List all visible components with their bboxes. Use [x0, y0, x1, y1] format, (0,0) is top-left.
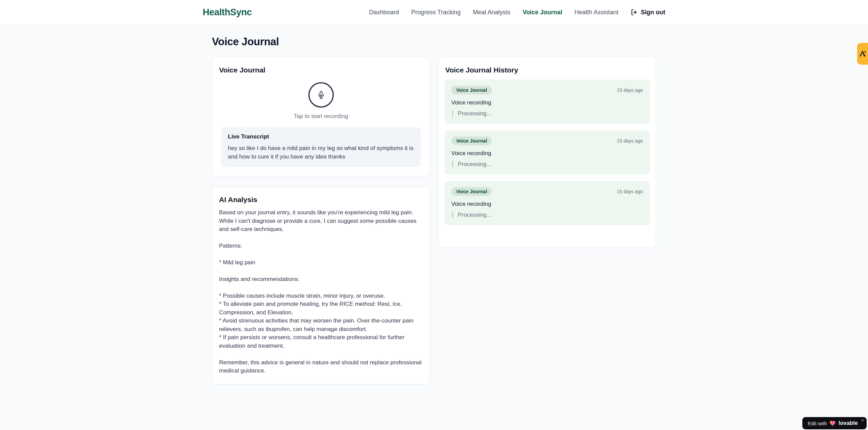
top-navigation-bar: HealthSync Dashboard Progress Tracking M…: [0, 0, 868, 25]
history-card-title: Voice Journal History: [445, 66, 649, 74]
tap-to-record-hint: Tap to start recording: [294, 113, 348, 120]
ai-analysis-body: Based on your journal entry, it sounds l…: [219, 209, 423, 375]
voice-journal-history-card: Voice Journal History Voice Journal 15 d…: [438, 57, 656, 248]
entry-timestamp: 15 days ago: [617, 189, 643, 194]
entry-status: Processing...: [452, 110, 643, 117]
live-transcript-title: Live Transcript: [228, 133, 414, 140]
voice-recorder-card: Voice Journal Tap to start recordin: [212, 57, 430, 176]
lovable-prefix-label: Edit with: [808, 420, 827, 426]
mic-section: Tap to start recording: [218, 76, 423, 120]
recorder-card-title: Voice Journal: [219, 66, 423, 74]
history-entry-header: Voice Journal 15 days ago: [451, 136, 643, 145]
microphone-icon: [317, 90, 326, 99]
left-column: Voice Journal Tap to start recordin: [212, 57, 430, 384]
nav-item-health-assistant[interactable]: Health Assistant: [574, 9, 618, 16]
history-entry-header: Voice Journal 15 days ago: [451, 187, 643, 196]
lambda-logo-icon: [859, 50, 866, 58]
nav-item-meal-analysis[interactable]: Meal Analysis: [473, 9, 510, 16]
lovable-close-icon[interactable]: ✕: [861, 418, 864, 423]
live-transcript-text: hey so like I do have a mild pain in my …: [228, 144, 414, 161]
content-columns: Voice Journal Tap to start recordin: [212, 57, 656, 384]
header-container: HealthSync Dashboard Progress Tracking M…: [203, 7, 665, 18]
edit-with-lovable-badge[interactable]: Edit with lovable ✕: [802, 417, 867, 429]
entry-title: Voice recording: [451, 99, 643, 106]
record-button[interactable]: [308, 82, 334, 108]
nav-item-progress-tracking[interactable]: Progress Tracking: [411, 9, 461, 16]
ai-analysis-card: AI Analysis Based on your journal entry,…: [212, 186, 430, 384]
history-entry[interactable]: Voice Journal 15 days ago Voice recordin…: [445, 181, 650, 225]
entry-status: Processing...: [452, 161, 643, 168]
sign-out-label: Sign out: [641, 9, 665, 16]
nav-item-voice-journal[interactable]: Voice Journal: [522, 9, 562, 16]
main-nav: Dashboard Progress Tracking Meal Analysi…: [369, 9, 665, 16]
history-entry[interactable]: Voice Journal 15 days ago Voice recordin…: [445, 80, 650, 124]
history-entry-header: Voice Journal 15 days ago: [451, 86, 643, 95]
history-entry[interactable]: Voice Journal 15 days ago Voice recordin…: [445, 130, 650, 175]
right-column: Voice Journal History Voice Journal 15 d…: [438, 57, 656, 248]
live-transcript-box: Live Transcript hey so like I do have a …: [221, 127, 421, 167]
entry-type-badge: Voice Journal: [451, 136, 492, 145]
entry-status: Processing...: [452, 212, 643, 218]
side-widget-button[interactable]: [857, 43, 868, 65]
nav-item-dashboard[interactable]: Dashboard: [369, 9, 399, 16]
entry-type-badge: Voice Journal: [451, 86, 492, 95]
app-logo[interactable]: HealthSync: [203, 7, 252, 18]
ai-analysis-title: AI Analysis: [219, 196, 423, 204]
entry-timestamp: 15 days ago: [617, 138, 643, 144]
main-content: Voice Journal Voice Journal: [212, 25, 656, 384]
entry-timestamp: 15 days ago: [617, 87, 643, 93]
page-title: Voice Journal: [212, 36, 656, 48]
lovable-brand-label: lovable: [838, 420, 858, 426]
entry-title: Voice recording: [451, 201, 643, 208]
lovable-heart-icon: [830, 420, 836, 426]
entry-type-badge: Voice Journal: [451, 187, 492, 196]
entry-title: Voice recording: [451, 150, 643, 157]
history-list: Voice Journal 15 days ago Voice recordin…: [445, 80, 650, 225]
sign-out-icon: [631, 9, 637, 16]
sign-out-button[interactable]: Sign out: [631, 9, 665, 16]
